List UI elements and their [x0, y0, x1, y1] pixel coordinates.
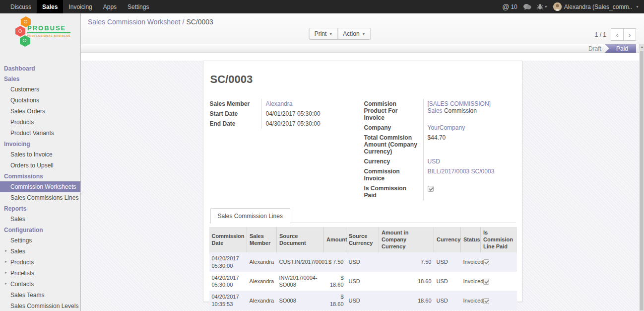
- cell-src_currency: USD: [346, 291, 379, 310]
- table-row[interactable]: 04/20/2017 05:30:00AlexandraINV/2017/000…: [209, 272, 517, 291]
- pager-previous-button[interactable]: ‹: [611, 28, 624, 41]
- expand-caret-icon[interactable]: ▸: [5, 270, 7, 275]
- company-logo[interactable]: PROBUSE PROFESSIONAL BUSINESS: [0, 13, 80, 63]
- cell-amount: $ 18.60: [324, 291, 346, 310]
- tab-sales-commission-lines[interactable]: Sales Commission Lines: [210, 208, 290, 224]
- breadcrumb-parent-link[interactable]: Sales Commission Worksheet: [88, 18, 180, 26]
- sidebar-item-sales-orders[interactable]: Sales Orders: [0, 106, 80, 117]
- sidebar-section-sales[interactable]: Sales: [0, 74, 80, 84]
- sidebar-item-pricelists[interactable]: ▸Pricelists: [0, 268, 80, 279]
- col-header-is-commision-line-paid[interactable]: Is Commision Line Paid: [481, 227, 517, 252]
- sidebar-item-settings[interactable]: Settings: [0, 235, 80, 246]
- bug-icon: [537, 3, 543, 10]
- sidebar-item-sales-commission-levels[interactable]: Sales Commission Levels: [0, 301, 80, 311]
- sidebar-item-sales[interactable]: ▸Sales: [0, 246, 80, 257]
- commission-lines-table: Commission DateSales MemberSource Docume…: [209, 227, 517, 310]
- statusbar: DraftPaid: [81, 44, 644, 53]
- expand-caret-icon[interactable]: ▸: [5, 281, 7, 286]
- field-commision-product-for-invoice: Commision Product For Invoice[SALES COMM…: [364, 99, 516, 123]
- scrollbar-thumb[interactable]: [640, 51, 644, 311]
- table-row[interactable]: 04/20/2017 10:35:53AlexandraSO008$ 18.60…: [209, 291, 517, 310]
- debug-menu[interactable]: ▼: [537, 3, 548, 10]
- user-menu[interactable]: Alexandra (Sales_comm.. ▼: [553, 2, 639, 11]
- col-header-sales-member[interactable]: Sales Member: [247, 227, 277, 252]
- col-header-source-document[interactable]: Source Document: [277, 227, 324, 252]
- record-title: SC/0003: [210, 73, 516, 86]
- field-link[interactable]: Alexandra: [266, 100, 293, 107]
- status-state-paid[interactable]: Paid: [605, 44, 636, 53]
- sidebar-item-products[interactable]: ▸Products: [0, 257, 80, 268]
- vertical-scrollbar[interactable]: [639, 44, 644, 311]
- caret-down-icon: ▼: [329, 32, 332, 36]
- sidebar-item-contacts[interactable]: ▸Contacts: [0, 279, 80, 290]
- sidebar-section-invoicing[interactable]: Invoicing: [0, 139, 80, 149]
- cell-date: 04/20/2017 05:30:00: [209, 272, 247, 291]
- col-header-amount[interactable]: Amount: [324, 227, 346, 252]
- sidebar-item-label: Products: [10, 259, 34, 266]
- cell-status: Invoiced: [461, 272, 481, 291]
- sidebar-item-product-variants[interactable]: Product Variants: [0, 128, 80, 139]
- sidebar-section-configuration[interactable]: Configuration: [0, 225, 80, 235]
- sidebar-item-sales-commissions-lines[interactable]: Sales Commissions Lines: [0, 192, 80, 203]
- field-group-right: Commision Product For Invoice[SALES COMM…: [364, 99, 516, 200]
- line-paid-checkbox[interactable]: [483, 259, 489, 265]
- topbar-menu-invoicing[interactable]: Invoicing: [63, 0, 97, 13]
- checkbox-is-commission-paid[interactable]: [428, 186, 434, 192]
- sidebar-section-dashboard[interactable]: Dashboard: [0, 63, 80, 74]
- line-paid-checkbox[interactable]: [483, 298, 489, 304]
- expand-caret-icon[interactable]: ▸: [5, 259, 7, 264]
- pager-next-button[interactable]: ›: [623, 28, 636, 41]
- scroll-up-button[interactable]: [640, 44, 644, 50]
- field-text: $44.70: [428, 134, 446, 141]
- up-arrow-icon: [641, 46, 644, 48]
- print-button[interactable]: Print ▼: [309, 28, 338, 40]
- sidebar-item-label: Product Variants: [10, 130, 54, 137]
- sidebar-item-sales-to-invoice[interactable]: Sales to Invoice: [0, 149, 80, 160]
- topbar-menu-settings[interactable]: Settings: [122, 0, 154, 13]
- field-link[interactable]: USD: [428, 158, 440, 165]
- cell-src_currency: USD: [346, 252, 379, 272]
- col-header-currency[interactable]: Currency: [434, 227, 461, 252]
- messages-icon[interactable]: [523, 3, 531, 10]
- sidebar-item-label: Settings: [10, 237, 32, 244]
- cell-member: Alexandra: [247, 252, 277, 272]
- field-link[interactable]: BILL/2017/0003 SC/0003: [428, 168, 495, 175]
- cell-status: Invoiced: [461, 252, 481, 272]
- topbar-menu-apps[interactable]: Apps: [98, 0, 122, 13]
- sidebar-section-commissions[interactable]: Commissions: [0, 171, 80, 181]
- expand-caret-icon[interactable]: ▸: [5, 248, 7, 253]
- field-label: Company: [364, 123, 423, 133]
- sidebar-item-commission-worksheets[interactable]: Commission Worksheets: [0, 181, 80, 192]
- pager: 1 / 1 ‹ ›: [595, 28, 636, 41]
- cell-date: 04/20/2017 05:30:00: [209, 252, 247, 272]
- sidebar-section-reports[interactable]: Reports: [0, 203, 80, 214]
- field-label: Commision Product For Invoice: [364, 99, 423, 123]
- table-row[interactable]: 04/20/2017 05:30:00AlexandraCUST.IN/2017…: [209, 252, 517, 272]
- field-total-commision-amount-company-currency: Total Commision Amount (Company Currency…: [364, 133, 516, 156]
- field-label: Is Commission Paid: [364, 183, 423, 200]
- col-header-status[interactable]: Status: [461, 227, 481, 252]
- col-header-commission-date[interactable]: Commission Date: [209, 227, 247, 252]
- sidebar-item-orders-to-upsell[interactable]: Orders to Upsell: [0, 160, 80, 171]
- top-navbar: DiscussSalesInvoicingAppsSettings @ 10 ▼…: [0, 0, 644, 13]
- mention-counter[interactable]: @ 10: [502, 3, 517, 11]
- topbar-menu-discuss[interactable]: Discuss: [5, 0, 37, 13]
- sidebar-item-products[interactable]: Products: [0, 117, 80, 128]
- sidebar-item-sales[interactable]: Sales: [0, 214, 80, 225]
- col-header-amount-in-company-currency[interactable]: Amount in Company Currency: [379, 227, 434, 252]
- sidebar-item-quotations[interactable]: Quotations: [0, 95, 80, 106]
- table-header-row: Commission DateSales MemberSource Docume…: [209, 227, 517, 252]
- field-end-date: End Date04/30/2017 05:30:00: [209, 119, 359, 129]
- content-area: SC/0003 Sales MemberAlexandraStart Date0…: [81, 61, 644, 311]
- status-state-draft[interactable]: Draft: [580, 44, 609, 53]
- col-header-source-currency[interactable]: Source Currency: [346, 227, 379, 252]
- sidebar-item-customers[interactable]: Customers: [0, 84, 80, 95]
- field-link[interactable]: YourCompany: [428, 124, 465, 131]
- line-paid-checkbox[interactable]: [483, 279, 489, 285]
- sidebar-item-sales-teams[interactable]: Sales Teams: [0, 290, 80, 301]
- topbar-menu-sales[interactable]: Sales: [37, 0, 63, 13]
- sidebar-menu: DashboardSalesCustomersQuotationsSales O…: [0, 63, 80, 311]
- field-value: 04/30/2017 05:30:00: [261, 119, 359, 129]
- action-button[interactable]: Action ▼: [337, 28, 371, 40]
- cell-source: INV/2017/0004-SO008: [277, 272, 324, 291]
